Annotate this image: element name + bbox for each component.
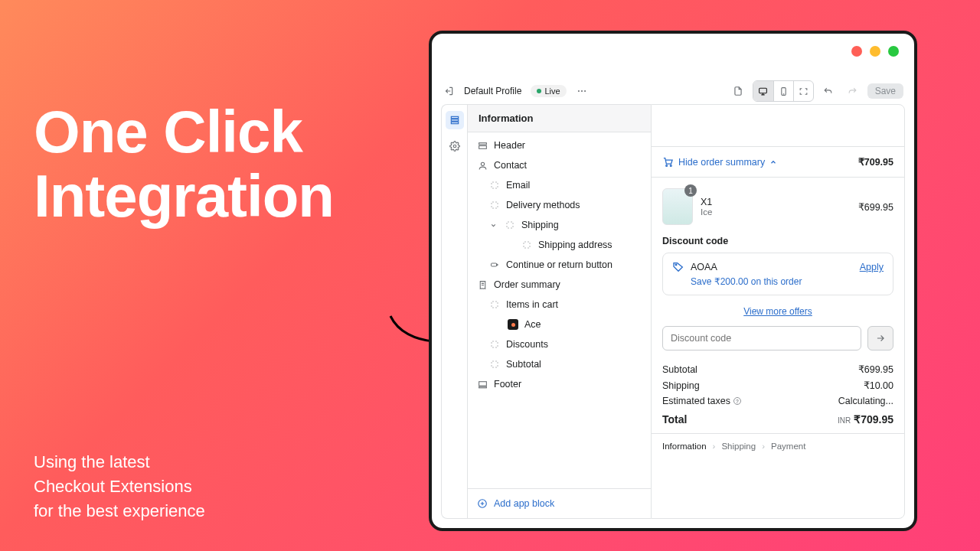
- sections-tab[interactable]: [446, 111, 464, 129]
- app-window: Default Profile Live Save Inf: [429, 31, 917, 531]
- section-header[interactable]: Header: [468, 135, 651, 155]
- add-app-block[interactable]: Add app block: [468, 488, 651, 518]
- block-icon: [489, 359, 500, 370]
- expand-dot[interactable]: [888, 46, 899, 57]
- shipping-line: Shipping₹10.00: [652, 377, 904, 393]
- redo-icon[interactable]: [843, 81, 863, 101]
- viewport-group: [753, 80, 814, 102]
- svg-rect-14: [479, 381, 486, 385]
- mobile-icon[interactable]: [773, 81, 793, 101]
- block-icon: [489, 200, 500, 210]
- info-icon: ?: [733, 397, 741, 405]
- svg-rect-13: [492, 263, 497, 266]
- desktop-icon[interactable]: [753, 81, 773, 101]
- panel-title: Information: [468, 105, 651, 132]
- block-discounts[interactable]: Discounts: [468, 334, 651, 354]
- svg-point-9: [453, 145, 456, 148]
- cart-icon: [662, 156, 674, 168]
- section-order-summary[interactable]: Order summary: [468, 275, 651, 295]
- close-dot[interactable]: [851, 46, 862, 57]
- apply-link[interactable]: Apply: [860, 262, 884, 272]
- svg-point-17: [666, 165, 668, 167]
- hero-subtext: Using the latestCheckout Extensionsfor t…: [34, 450, 205, 523]
- view-more-offers[interactable]: View more offers: [652, 302, 904, 326]
- bc-step-payment[interactable]: Payment: [771, 442, 805, 451]
- svg-point-12: [481, 162, 484, 165]
- svg-rect-15: [479, 386, 486, 388]
- order-summary-toggle[interactable]: Hide order summary: [662, 156, 777, 168]
- checkout-breadcrumb: Information › Shipping › Payment: [652, 433, 904, 458]
- block-icon: [521, 240, 532, 250]
- settings-tab[interactable]: [446, 137, 464, 155]
- page-icon[interactable]: [728, 81, 748, 101]
- person-icon: [477, 160, 488, 171]
- cart-item: X1 Ice ₹699.95: [652, 178, 904, 236]
- discount-save-msg: Save ₹200.00 on this order: [672, 276, 884, 287]
- block-subtotal[interactable]: Subtotal: [468, 354, 651, 374]
- more-icon[interactable]: [576, 85, 588, 97]
- header-icon: [477, 140, 488, 151]
- continue-icon: [489, 259, 500, 270]
- block-icon: [489, 180, 500, 191]
- window-controls: [851, 46, 899, 57]
- product-price: ₹699.95: [858, 201, 893, 213]
- receipt-icon: [477, 279, 488, 290]
- section-contact[interactable]: Contact: [468, 155, 651, 175]
- hero-heading: One ClickIntegration: [34, 99, 334, 228]
- discount-heading: Discount code: [652, 236, 904, 253]
- svg-rect-7: [451, 119, 458, 121]
- svg-rect-10: [479, 142, 486, 144]
- block-continue[interactable]: Continue or return button: [468, 255, 651, 275]
- product-variant: Ice: [701, 207, 851, 217]
- chevron-right-icon: ›: [713, 442, 716, 451]
- tag-icon: [672, 261, 684, 273]
- svg-point-19: [675, 264, 677, 266]
- block-items[interactable]: Items in cart: [468, 295, 651, 315]
- discount-code-label: AOAA: [691, 262, 717, 272]
- preview-panel: Hide order summary ₹709.95 X1 Ice ₹699.9…: [651, 104, 905, 519]
- icon-rail: [441, 104, 467, 519]
- block-email[interactable]: Email: [468, 175, 651, 195]
- product-title: X1: [701, 197, 851, 207]
- subtotal-line: Subtotal₹699.95: [652, 361, 904, 377]
- tax-line: Estimated taxes?Calculating...: [652, 393, 904, 409]
- arrow-right-icon: [875, 333, 886, 344]
- block-ace[interactable]: Ace: [468, 315, 651, 334]
- undo-icon[interactable]: [818, 81, 838, 101]
- summary-total: ₹709.95: [858, 156, 893, 168]
- block-icon: [505, 220, 515, 230]
- block-delivery[interactable]: Delivery methods: [468, 195, 651, 215]
- plus-icon: [477, 498, 488, 509]
- minimize-dot[interactable]: [870, 46, 880, 57]
- hero-line2: Integration: [34, 162, 334, 230]
- svg-point-18: [670, 165, 671, 167]
- product-thumb: [662, 188, 693, 225]
- structure-panel: Information Header Contact Email Deliver…: [467, 104, 651, 519]
- block-shipping-address[interactable]: Shipping address: [468, 235, 651, 255]
- exit-icon[interactable]: [443, 85, 455, 97]
- bc-step-info[interactable]: Information: [662, 442, 707, 451]
- discount-offer-card: AOAA Apply Save ₹200.00 on this order: [662, 253, 893, 295]
- block-icon: [489, 299, 500, 310]
- svg-rect-3: [760, 88, 767, 93]
- chevron-up-icon: [769, 158, 777, 166]
- total-line: TotalINR₹709.95: [652, 409, 904, 433]
- discount-input[interactable]: [662, 326, 861, 350]
- svg-rect-6: [451, 116, 458, 118]
- block-shipping[interactable]: Shipping: [468, 215, 651, 235]
- ace-icon: [508, 319, 518, 330]
- svg-point-0: [577, 90, 579, 92]
- footer-icon: [477, 379, 488, 390]
- apply-discount-button[interactable]: [867, 326, 893, 350]
- svg-point-1: [581, 90, 583, 92]
- fullscreen-icon[interactable]: [793, 81, 813, 101]
- profile-name: Default Profile: [464, 86, 521, 96]
- bc-step-shipping[interactable]: Shipping: [721, 442, 756, 451]
- svg-rect-11: [479, 145, 486, 148]
- save-button[interactable]: Save: [867, 83, 903, 99]
- chevron-down-icon: [489, 221, 497, 229]
- svg-point-2: [584, 90, 586, 92]
- chevron-right-icon: ›: [762, 442, 765, 451]
- hero-line1: One Click: [34, 98, 302, 165]
- section-footer[interactable]: Footer: [468, 374, 651, 394]
